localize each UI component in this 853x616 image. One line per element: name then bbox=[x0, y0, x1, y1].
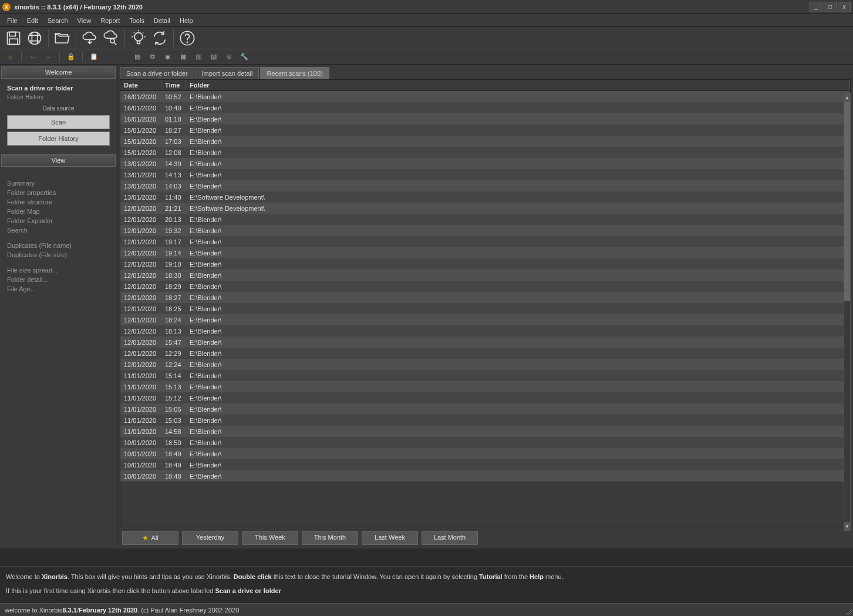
menu-view[interactable]: View bbox=[73, 16, 96, 25]
cancel-icon[interactable]: ⊗ bbox=[224, 52, 234, 62]
table-row[interactable]: 12/01/202019:10E:\Blender\ bbox=[120, 258, 850, 270]
refresh-icon[interactable] bbox=[150, 28, 170, 48]
table-row[interactable]: 12/01/202018:29E:\Blender\ bbox=[120, 281, 850, 292]
cloud-search-icon[interactable] bbox=[101, 28, 121, 48]
table-row[interactable]: 12/01/202012:24E:\Blender\ bbox=[120, 359, 850, 370]
table-row[interactable]: 12/01/202019:14E:\Blender\ bbox=[120, 247, 850, 258]
sidebar-link[interactable]: Folder detail... bbox=[7, 275, 110, 284]
table-row[interactable]: 12/01/202019:32E:\Blender\ bbox=[120, 225, 850, 236]
folder-open-icon[interactable] bbox=[52, 28, 72, 48]
table-row[interactable]: 12/01/202020:13E:\Blender\ bbox=[120, 214, 850, 225]
home-icon[interactable]: ⌂ bbox=[5, 52, 15, 62]
save-icon[interactable] bbox=[4, 28, 23, 48]
menu-tools[interactable]: Tools bbox=[124, 16, 149, 25]
menu-help[interactable]: Help bbox=[175, 16, 198, 25]
scan-button[interactable]: Scan bbox=[7, 115, 110, 129]
scrollbar[interactable]: ▲ ▼ bbox=[844, 93, 851, 531]
tab[interactable]: Recent scans (100) bbox=[260, 67, 329, 79]
table-row[interactable]: 13/01/202011:40E:\Software Development\ bbox=[120, 191, 850, 203]
sidebar-link[interactable]: Summary bbox=[7, 179, 110, 188]
tutorial-box[interactable]: Welcome to Xinorbis. This box will give … bbox=[0, 566, 853, 598]
help-icon[interactable] bbox=[177, 28, 197, 48]
back-icon[interactable]: ← bbox=[28, 52, 38, 62]
wrench-icon[interactable]: 🔧 bbox=[239, 52, 250, 62]
filter-last-week[interactable]: Last Week bbox=[362, 531, 418, 545]
filter-this-week[interactable]: This Week bbox=[242, 531, 298, 545]
folder-history-button[interactable]: Folder History bbox=[7, 132, 110, 146]
col-time[interactable]: Time bbox=[161, 80, 186, 90]
sidebar-link[interactable]: Folder properties bbox=[7, 188, 110, 197]
table-row[interactable]: 15/01/202012:08E:\Blender\ bbox=[120, 147, 850, 158]
window-title: xinorbis :: 8.3.1 (x64) / February 12th … bbox=[14, 4, 810, 11]
table-row[interactable]: 12/01/202018:25E:\Blender\ bbox=[120, 303, 850, 314]
scroll-thumb[interactable] bbox=[844, 102, 850, 301]
sidebar-link[interactable]: Duplicates (File name) bbox=[7, 241, 110, 250]
scroll-down-icon[interactable]: ▼ bbox=[844, 522, 850, 530]
table-row[interactable]: 10/01/202018:49E:\Blender\ bbox=[120, 448, 850, 459]
table-row[interactable]: 13/01/202014:13E:\Blender\ bbox=[120, 169, 850, 180]
resize-grip-icon[interactable] bbox=[845, 608, 852, 615]
table-row[interactable]: 13/01/202014:03E:\Blender\ bbox=[120, 180, 850, 191]
table-row[interactable]: 16/01/202010:40E:\Blender\ bbox=[120, 102, 850, 113]
table-row[interactable]: 11/01/202015:14E:\Blender\ bbox=[120, 370, 850, 381]
sidebar-link[interactable]: Folder Map bbox=[7, 207, 110, 216]
sidebar-link[interactable]: File size spread... bbox=[7, 265, 110, 275]
document-icon[interactable]: ▦ bbox=[178, 52, 188, 62]
close-button[interactable]: x bbox=[838, 2, 851, 12]
sidebar-link[interactable]: Duplicates (File size) bbox=[7, 250, 110, 260]
scroll-up-icon[interactable]: ▲ bbox=[844, 93, 850, 102]
col-folder[interactable]: Folder bbox=[186, 80, 850, 90]
table-row[interactable]: 15/01/202018:27E:\Blender\ bbox=[120, 124, 850, 136]
table-row[interactable]: 12/01/202018:27E:\Blender\ bbox=[120, 292, 850, 303]
table-row[interactable]: 12/01/202019:17E:\Blender\ bbox=[120, 236, 850, 247]
table-row[interactable]: 12/01/202018:13E:\Blender\ bbox=[120, 325, 850, 336]
menu-report[interactable]: Report bbox=[96, 16, 124, 25]
table-row[interactable]: 11/01/202014:58E:\Blender\ bbox=[120, 426, 850, 437]
page-icon[interactable]: ▤ bbox=[132, 52, 143, 62]
filter-all[interactable]: ★All bbox=[122, 531, 178, 545]
cloud-down-icon[interactable] bbox=[80, 28, 100, 48]
table-row[interactable]: 13/01/202014:39E:\Blender\ bbox=[120, 158, 850, 169]
table-row[interactable]: 12/01/202012:29E:\Blender\ bbox=[120, 348, 850, 359]
table-row[interactable]: 16/01/202010:52E:\Blender\ bbox=[120, 91, 850, 102]
scan-table: Date Time Folder 16/01/202010:52E:\Blend… bbox=[120, 79, 851, 527]
table-row[interactable]: 11/01/202015:05E:\Blender\ bbox=[120, 403, 850, 415]
lightbulb-icon[interactable] bbox=[129, 28, 149, 48]
filter-yesterday[interactable]: Yesterday bbox=[182, 531, 238, 545]
table-row[interactable]: 16/01/202001:18E:\Blender\ bbox=[120, 113, 850, 124]
maximize-button[interactable]: □ bbox=[824, 2, 837, 12]
col-date[interactable]: Date bbox=[120, 80, 161, 90]
table-row[interactable]: 10/01/202018:50E:\Blender\ bbox=[120, 437, 850, 448]
filter-this-month[interactable]: This Month bbox=[302, 531, 358, 545]
sidebar-link[interactable]: Search bbox=[7, 225, 110, 235]
table-row[interactable]: 11/01/202015:12E:\Blender\ bbox=[120, 392, 850, 403]
table-row[interactable]: 15/01/202017:03E:\Blender\ bbox=[120, 136, 850, 147]
sidebar-link[interactable]: Folder structure bbox=[7, 197, 110, 207]
menu-search[interactable]: Search bbox=[43, 16, 73, 25]
copy-icon[interactable]: ⧉ bbox=[147, 52, 158, 62]
filter-last-month[interactable]: Last Month bbox=[422, 531, 478, 545]
table-row[interactable]: 12/01/202018:30E:\Blender\ bbox=[120, 270, 850, 281]
table-row[interactable]: 10/01/202018:49E:\Blender\ bbox=[120, 459, 850, 470]
globe-icon[interactable]: ◉ bbox=[163, 52, 173, 62]
sidebar-link[interactable]: File Age... bbox=[7, 284, 110, 294]
list-icon[interactable]: ▥ bbox=[193, 52, 204, 62]
sidebar-link[interactable]: Folder Exploder bbox=[7, 216, 110, 225]
menu-file[interactable]: File bbox=[2, 16, 22, 25]
export-icon[interactable]: ▧ bbox=[208, 52, 219, 62]
table-row[interactable]: 11/01/202015:13E:\Blender\ bbox=[120, 381, 850, 392]
table-row[interactable]: 10/01/202018:48E:\Blender\ bbox=[120, 470, 850, 482]
grid-icon[interactable] bbox=[25, 28, 45, 48]
lock-icon[interactable]: 🔒 bbox=[66, 52, 76, 62]
table-row[interactable]: 11/01/202015:03E:\Blender\ bbox=[120, 415, 850, 426]
menu-detail[interactable]: Detail bbox=[149, 16, 175, 25]
clipboard-icon[interactable]: 📋 bbox=[89, 52, 99, 62]
tab[interactable]: Scan a drive or folder bbox=[120, 67, 194, 79]
table-row[interactable]: 12/01/202018:24E:\Blender\ bbox=[120, 314, 850, 325]
minimize-button[interactable]: _ bbox=[810, 2, 822, 12]
menu-edit[interactable]: Edit bbox=[22, 16, 43, 25]
forward-icon[interactable]: → bbox=[43, 52, 53, 62]
table-row[interactable]: 12/01/202015:47E:\Blender\ bbox=[120, 336, 850, 348]
table-row[interactable]: 12/01/202021:21E:\Software Development\ bbox=[120, 203, 850, 214]
tab[interactable]: Import scan detail bbox=[195, 67, 259, 79]
